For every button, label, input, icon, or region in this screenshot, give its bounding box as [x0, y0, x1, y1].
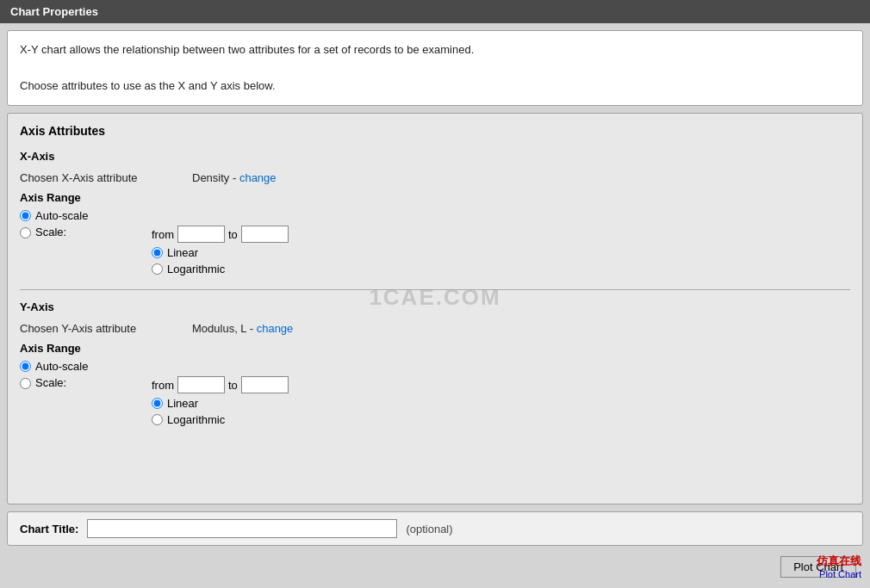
x-axis-linear-row: Linear [152, 246, 289, 259]
chart-title-row: Chart Title: (optional) [7, 511, 863, 546]
x-axis-chosen-row: Chosen X-Axis attribute Density - change [20, 171, 850, 184]
footer-area: Plot Chart [7, 553, 863, 581]
x-axis-linear-radio[interactable] [152, 247, 163, 258]
y-axis-title: Y-Axis [20, 300, 850, 313]
y-axis-logarithmic-label: Logarithmic [167, 413, 225, 426]
info-line1: X-Y chart allows the relationship betwee… [20, 41, 850, 59]
y-axis-autoscale-label: Auto-scale [35, 360, 88, 373]
chart-title-input[interactable] [87, 519, 397, 538]
y-axis-from-input[interactable] [177, 376, 225, 393]
y-axis-autoscale-radio[interactable] [20, 361, 31, 372]
info-box: X-Y chart allows the relationship betwee… [7, 30, 863, 106]
y-axis-linear-row: Linear [152, 397, 289, 410]
x-axis-title: X-Axis [20, 150, 850, 163]
y-axis-scale-radio[interactable] [20, 378, 31, 389]
x-axis-autoscale-radio[interactable] [20, 210, 31, 221]
plot-chart-button[interactable]: Plot Chart [780, 556, 856, 578]
title-bar: Chart Properties [0, 0, 870, 23]
axis-attributes-section: Axis Attributes X-Axis Chosen X-Axis att… [7, 113, 863, 504]
y-axis-linear-label: Linear [167, 397, 198, 410]
x-axis-change-link[interactable]: change [239, 171, 277, 184]
y-axis-to-input[interactable] [241, 376, 289, 393]
axis-attributes-title: Axis Attributes [20, 124, 850, 138]
chart-title-label: Chart Title: [20, 523, 78, 535]
window: Chart Properties X-Y chart allows the re… [0, 0, 870, 588]
axis-divider [20, 289, 850, 290]
y-axis-change-link[interactable]: change [257, 322, 294, 335]
y-axis-chosen-row: Chosen Y-Axis attribute Modulus, L - cha… [20, 322, 850, 335]
x-axis-to-input[interactable] [241, 226, 289, 243]
x-axis-linear-label: Linear [167, 246, 198, 259]
y-axis-chosen-value: Modulus, L - change [192, 322, 293, 335]
y-axis-linear-radio[interactable] [152, 398, 163, 409]
x-axis-autoscale-label: Auto-scale [35, 209, 88, 222]
x-axis-to-label: to [228, 228, 238, 241]
x-axis-logarithmic-radio[interactable] [152, 263, 163, 275]
x-axis-logarithmic-label: Logarithmic [167, 263, 225, 275]
x-axis-range-section: Axis Range Auto-scale Scale: from to [20, 191, 850, 279]
window-title: Chart Properties [10, 5, 98, 18]
y-axis-chosen-label: Chosen Y-Axis attribute [20, 322, 192, 335]
x-axis-scale-radio[interactable] [20, 227, 31, 238]
y-axis-from-label: from [152, 379, 174, 392]
y-axis-autoscale-row: Auto-scale [20, 360, 850, 373]
y-axis-to-label: to [228, 379, 238, 392]
x-axis-from-label: from [152, 228, 174, 241]
y-axis-logarithmic-row: Logarithmic [152, 413, 289, 426]
y-axis-scale-label: Scale: [35, 376, 83, 389]
y-axis-scale-row: Scale: from to Linear [20, 376, 850, 430]
y-axis-range-label: Axis Range [20, 342, 850, 355]
x-axis-logarithmic-row: Logarithmic [152, 263, 289, 275]
y-axis-block: Y-Axis Chosen Y-Axis attribute Modulus, … [20, 300, 850, 430]
x-axis-autoscale-row: Auto-scale [20, 209, 850, 222]
x-axis-scale-label: Scale: [35, 226, 83, 238]
chart-title-optional: (optional) [406, 523, 452, 535]
x-axis-from-input[interactable] [177, 226, 225, 243]
x-axis-scale-row: Scale: from to Linear [20, 226, 850, 279]
x-axis-chosen-value: Density - change [192, 171, 277, 184]
y-axis-logarithmic-radio[interactable] [152, 414, 163, 425]
content-area: X-Y chart allows the relationship betwee… [0, 23, 870, 588]
y-axis-range-section: Axis Range Auto-scale Scale: from to [20, 342, 850, 430]
x-axis-chosen-label: Chosen X-Axis attribute [20, 171, 192, 184]
info-line2: Choose attributes to use as the X and Y … [20, 77, 850, 96]
x-axis-block: X-Axis Chosen X-Axis attribute Density -… [20, 150, 850, 279]
x-axis-range-label: Axis Range [20, 191, 850, 204]
